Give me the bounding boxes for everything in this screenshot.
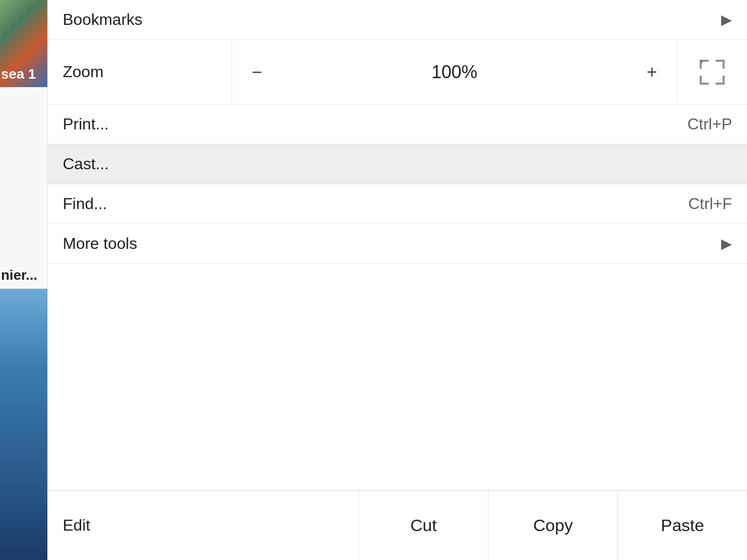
- find-shortcut: Ctrl+F: [688, 195, 732, 213]
- cut-button[interactable]: Cut: [359, 491, 489, 560]
- background-thumb-1: sea 1: [0, 0, 47, 87]
- background-left-panel: sea 1 go nier...: [0, 0, 47, 560]
- zoom-row: Zoom − 100% +: [48, 40, 747, 105]
- zoom-label-cell: Zoom: [48, 40, 232, 104]
- zoom-label: Zoom: [63, 63, 104, 81]
- bookmarks-label: Bookmarks: [63, 10, 142, 29]
- bookmarks-menu-item[interactable]: Bookmarks ▶: [48, 0, 747, 40]
- bookmarks-arrow-icon: ▶: [721, 11, 732, 28]
- find-label: Find...: [63, 195, 107, 213]
- copy-button[interactable]: Copy: [489, 491, 618, 560]
- cast-menu-item[interactable]: Cast...: [48, 144, 747, 184]
- edit-label: Edit: [63, 516, 90, 535]
- bg-text-1: sea 1: [1, 67, 36, 82]
- zoom-in-button[interactable]: +: [627, 40, 677, 104]
- zoom-plus-icon: +: [646, 62, 657, 83]
- context-menu: Bookmarks ▶ Zoom − 100% + Print...: [47, 0, 747, 560]
- bg-white-section: nier...: [0, 87, 47, 289]
- find-menu-item[interactable]: Find... Ctrl+F: [48, 184, 747, 224]
- background-thumb-3: [0, 289, 47, 560]
- zoom-out-button[interactable]: −: [232, 40, 282, 104]
- more-tools-label: More tools: [63, 234, 137, 253]
- paste-button[interactable]: Paste: [618, 491, 747, 560]
- print-shortcut: Ctrl+P: [687, 115, 732, 133]
- edit-label-cell: Edit: [48, 491, 359, 560]
- paste-label: Paste: [661, 516, 704, 535]
- copy-label: Copy: [533, 516, 573, 535]
- print-label: Print...: [63, 115, 109, 133]
- zoom-value-display: 100%: [282, 62, 627, 83]
- fullscreen-icon: [700, 60, 725, 85]
- zoom-fullscreen-button[interactable]: [677, 40, 747, 104]
- zoom-minus-icon: −: [251, 62, 262, 83]
- cast-label: Cast...: [63, 155, 109, 173]
- more-tools-menu-item[interactable]: More tools ▶: [48, 224, 747, 264]
- print-menu-item[interactable]: Print... Ctrl+P: [48, 105, 747, 144]
- more-tools-arrow-icon: ▶: [721, 235, 732, 252]
- cut-label: Cut: [410, 516, 437, 535]
- zoom-controls: − 100% +: [232, 40, 677, 104]
- bg-text-2: nier...: [1, 267, 37, 284]
- edit-row: Edit Cut Copy Paste: [48, 490, 747, 560]
